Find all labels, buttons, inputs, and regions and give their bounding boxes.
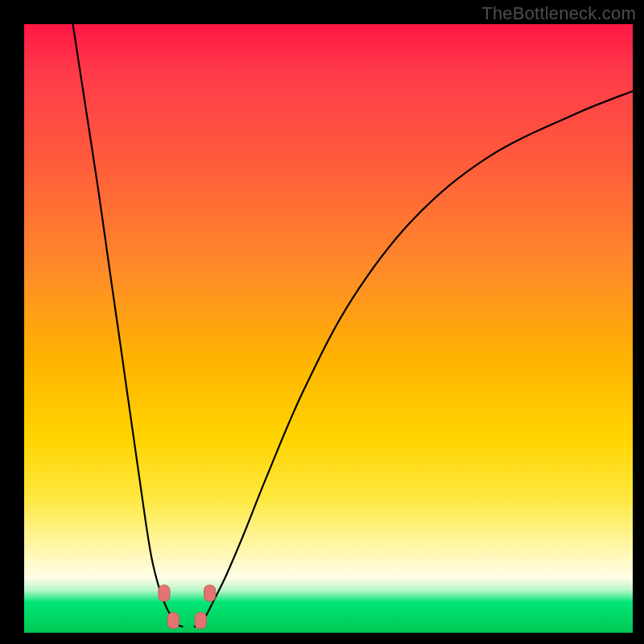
curve-marker — [204, 585, 216, 601]
curve-marker — [195, 613, 206, 629]
curve-layer — [24, 24, 633, 633]
left-branch-curve — [73, 24, 183, 626]
curve-marker — [167, 613, 179, 629]
watermark-text: TheBottleneck.com — [481, 3, 636, 24]
curve-marker — [159, 585, 170, 601]
right-branch-curve — [195, 91, 633, 626]
chart-frame — [24, 24, 633, 633]
